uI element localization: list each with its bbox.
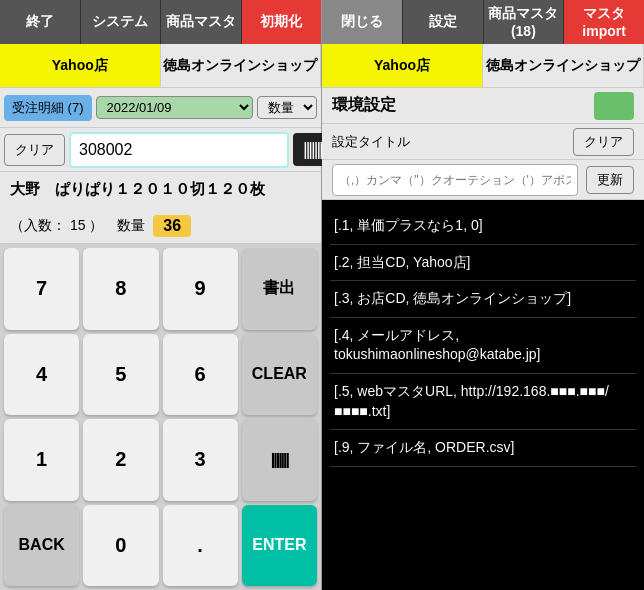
enter-button[interactable]: ENTER [242, 505, 317, 587]
date-select[interactable]: 2022/01/09 [96, 96, 254, 119]
in-qty-value: 15 [70, 217, 86, 233]
clear-barcode-button[interactable]: クリア [4, 134, 65, 166]
settings-input-row: 更新 [322, 160, 644, 200]
num-8-button[interactable]: 8 [83, 248, 158, 330]
left-panel: 終了 システム 商品マスタ 初期化 Yahoo店 徳島オンラインショップ 受注明… [0, 0, 322, 590]
qty-info-row: （入数： 15 ） 数量 36 [0, 208, 321, 244]
settings-title-bar: 環境設定 [322, 88, 644, 124]
master-import-button[interactable]: マスタimport [564, 0, 644, 44]
clear-settings-button[interactable]: クリア [573, 128, 634, 156]
product-master-button[interactable]: 商品マスタ [161, 0, 242, 44]
num-6-button[interactable]: 6 [163, 334, 238, 416]
config-item-2: [.2, 担当CD, Yahoo店] [330, 245, 636, 282]
config-list: [.1, 単価プラスなら1, 0] [.2, 担当CD, Yahoo店] [.3… [322, 200, 644, 590]
update-button[interactable]: 更新 [586, 166, 634, 194]
system-button[interactable]: システム [81, 0, 162, 44]
back-button[interactable]: BACK [4, 505, 79, 587]
qty-info-label: （入数： 15 ） 数量 [10, 217, 145, 235]
settings-subtitle-row: 設定タイトル クリア [322, 124, 644, 160]
settings-title: 環境設定 [332, 95, 594, 116]
right-panel: 閉じる 設定 商品マスタ(18) マスタimport Yahoo店 徳島オンライ… [322, 0, 644, 590]
right-top-bar: 閉じる 設定 商品マスタ(18) マスタimport [322, 0, 644, 44]
settings-subtitle: 設定タイトル [332, 133, 565, 151]
num-9-button[interactable]: 9 [163, 248, 238, 330]
yahoo-store-button[interactable]: Yahoo店 [0, 44, 161, 87]
qty-value: 36 [153, 215, 191, 237]
config-item-6: [.9, ファイル名, ORDER.csv] [330, 430, 636, 467]
right-yahoo-store-button[interactable]: Yahoo店 [322, 44, 483, 87]
num-0-button[interactable]: 0 [83, 505, 158, 587]
config-item-3: [.3, お店CD, 徳島オンラインショップ] [330, 281, 636, 318]
barcode-numpad-button[interactable]: ||||||| [242, 419, 317, 501]
exit-button[interactable]: 終了 [0, 0, 81, 44]
order-detail-button[interactable]: 受注明細 (7) [4, 95, 92, 121]
settings-input[interactable] [332, 164, 578, 196]
export-button[interactable]: 書出 [242, 248, 317, 330]
green-indicator [594, 92, 634, 120]
settings-button[interactable]: 設定 [403, 0, 484, 44]
tokushima-store-button[interactable]: 徳島オンラインショップ [161, 44, 322, 87]
initialize-button[interactable]: 初期化 [242, 0, 322, 44]
num-3-button[interactable]: 3 [163, 419, 238, 501]
decimal-button[interactable]: . [163, 505, 238, 587]
clear-button[interactable]: CLEAR [242, 334, 317, 416]
num-1-button[interactable]: 1 [4, 419, 79, 501]
left-top-bar: 終了 システム 商品マスタ 初期化 [0, 0, 321, 44]
product-info: 大野 ぱりぱり１２０１０切１２０枚 [0, 172, 321, 208]
config-item-1: [.1, 単価プラスなら1, 0] [330, 208, 636, 245]
order-row: 受注明細 (7) 2022/01/09 数量 [0, 88, 321, 128]
num-7-button[interactable]: 7 [4, 248, 79, 330]
num-4-button[interactable]: 4 [4, 334, 79, 416]
store-row: Yahoo店 徳島オンラインショップ [0, 44, 321, 88]
numpad: 7 8 9 書出 4 5 6 CLEAR 1 2 3 ||||||| BACK … [0, 244, 321, 590]
close-button[interactable]: 閉じる [322, 0, 403, 44]
config-item-4: [.4, メールアドレス, tokushimaonlineshop@katabe… [330, 318, 636, 374]
num-5-button[interactable]: 5 [83, 334, 158, 416]
barcode-row: クリア ||||||| [0, 128, 321, 172]
config-item-5: [.5, webマスタURL, http://192.168.■■■.■■■/■… [330, 374, 636, 430]
right-product-master-button[interactable]: 商品マスタ(18) [484, 0, 565, 44]
num-2-button[interactable]: 2 [83, 419, 158, 501]
right-tokushima-store-button[interactable]: 徳島オンラインショップ [483, 44, 644, 87]
qty-select[interactable]: 数量 [257, 96, 317, 119]
barcode-input[interactable] [69, 132, 289, 168]
right-store-row: Yahoo店 徳島オンラインショップ [322, 44, 644, 88]
